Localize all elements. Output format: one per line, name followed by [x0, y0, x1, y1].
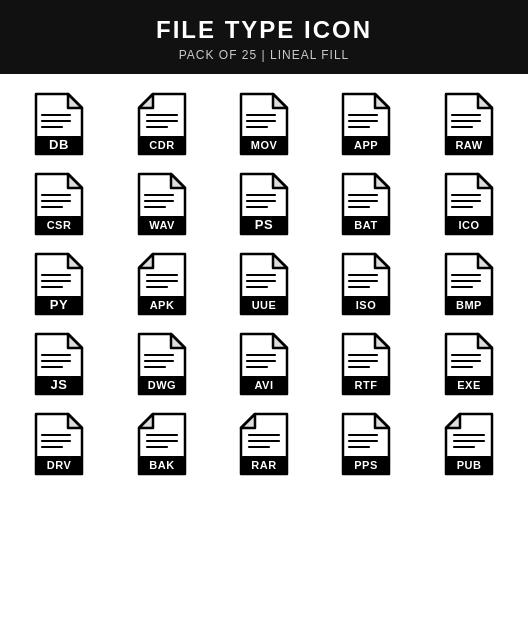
file-icon-svg-drv: DRV	[32, 412, 86, 476]
svg-text:PS: PS	[255, 217, 273, 232]
file-icon-bak: BAK	[110, 404, 212, 484]
file-icon-rtf: RTF	[315, 324, 417, 404]
file-icon-dwg: DWG	[110, 324, 212, 404]
header-title: FILE TYPE ICON	[0, 16, 528, 44]
file-icon-iso: ISO	[315, 244, 417, 324]
file-icon-csr: CSR	[8, 164, 110, 244]
svg-text:ICO: ICO	[458, 219, 479, 231]
svg-text:CSR: CSR	[47, 219, 72, 231]
svg-text:JS: JS	[51, 377, 68, 392]
file-icon-svg-cdr: CDR	[135, 92, 189, 156]
file-icon-avi: AVI	[213, 324, 315, 404]
svg-text:EXE: EXE	[457, 379, 481, 391]
file-icon-svg-db: DB	[32, 92, 86, 156]
svg-text:WAV: WAV	[149, 219, 175, 231]
file-icon-ps: PS	[213, 164, 315, 244]
svg-text:CDR: CDR	[149, 139, 174, 151]
file-icon-svg-rtf: RTF	[339, 332, 393, 396]
svg-text:PPS: PPS	[355, 459, 379, 471]
file-icon-raw: RAW	[418, 84, 520, 164]
file-icon-js: JS	[8, 324, 110, 404]
file-icon-svg-pps: PPS	[339, 412, 393, 476]
svg-text:PUB: PUB	[456, 459, 481, 471]
svg-text:RAW: RAW	[455, 139, 482, 151]
header: FILE TYPE ICON PACK OF 25 | LINEAL FILL	[0, 0, 528, 74]
file-icon-svg-wav: WAV	[135, 172, 189, 236]
file-icon-svg-dwg: DWG	[135, 332, 189, 396]
svg-text:DWG: DWG	[147, 379, 175, 391]
file-icon-uue: UUE	[213, 244, 315, 324]
file-icon-svg-pub: PUB	[442, 412, 496, 476]
file-icon-svg-bmp: BMP	[442, 252, 496, 316]
file-icon-svg-avi: AVI	[237, 332, 291, 396]
svg-text:MOV: MOV	[251, 139, 278, 151]
file-icon-svg-ico: ICO	[442, 172, 496, 236]
svg-text:AVI: AVI	[254, 379, 273, 391]
svg-text:RAR: RAR	[251, 459, 276, 471]
file-icon-apk: APK	[110, 244, 212, 324]
file-icon-pub: PUB	[418, 404, 520, 484]
file-icon-rar: RAR	[213, 404, 315, 484]
file-icon-py: PY	[8, 244, 110, 324]
svg-text:APP: APP	[354, 139, 378, 151]
file-icon-pps: PPS	[315, 404, 417, 484]
file-icon-cdr: CDR	[110, 84, 212, 164]
file-icon-svg-js: JS	[32, 332, 86, 396]
file-icon-svg-csr: CSR	[32, 172, 86, 236]
file-icon-svg-rar: RAR	[237, 412, 291, 476]
svg-text:ISO: ISO	[356, 299, 376, 311]
icons-grid: DB CDR MOV	[0, 74, 528, 494]
file-icon-svg-mov: MOV	[237, 92, 291, 156]
svg-text:UUE: UUE	[252, 299, 277, 311]
file-icon-svg-app: APP	[339, 92, 393, 156]
file-icon-svg-bak: BAK	[135, 412, 189, 476]
file-icon-bmp: BMP	[418, 244, 520, 324]
file-icon-svg-exe: EXE	[442, 332, 496, 396]
file-icon-drv: DRV	[8, 404, 110, 484]
file-icon-svg-uue: UUE	[237, 252, 291, 316]
file-icon-mov: MOV	[213, 84, 315, 164]
file-icon-exe: EXE	[418, 324, 520, 404]
file-icon-ico: ICO	[418, 164, 520, 244]
header-subtitle: PACK OF 25 | LINEAL FILL	[0, 48, 528, 62]
svg-text:BMP: BMP	[456, 299, 482, 311]
file-icon-svg-bat: BAT	[339, 172, 393, 236]
file-icon-svg-apk: APK	[135, 252, 189, 316]
file-icon-bat: BAT	[315, 164, 417, 244]
file-icon-svg-ps: PS	[237, 172, 291, 236]
svg-text:DRV: DRV	[47, 459, 72, 471]
svg-text:DB: DB	[49, 137, 69, 152]
svg-text:BAK: BAK	[149, 459, 174, 471]
file-icon-svg-py: PY	[32, 252, 86, 316]
file-icon-svg-iso: ISO	[339, 252, 393, 316]
svg-text:PY: PY	[50, 297, 68, 312]
svg-text:RTF: RTF	[355, 379, 378, 391]
file-icon-app: APP	[315, 84, 417, 164]
file-icon-wav: WAV	[110, 164, 212, 244]
svg-text:APK: APK	[149, 299, 174, 311]
file-icon-svg-raw: RAW	[442, 92, 496, 156]
file-icon-db: DB	[8, 84, 110, 164]
svg-text:BAT: BAT	[355, 219, 378, 231]
